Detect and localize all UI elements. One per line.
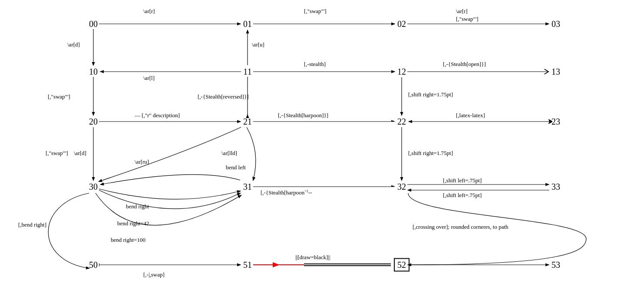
- node-52: 52: [394, 258, 410, 272]
- node-31: 31: [243, 182, 252, 192]
- label-22-23: [,latex-latex]: [456, 112, 485, 119]
- label-20-30-swap: [,"swap"']: [46, 150, 68, 157]
- label-31-32: [,-{Stealth[harpoon`1‑‑: [261, 189, 312, 196]
- label-33-32-bot: [,shift left=.75pt]: [443, 192, 482, 199]
- node-12: 12: [397, 67, 406, 77]
- label-02-03-top: \ar[r]: [456, 8, 468, 15]
- node-23: 23: [552, 117, 560, 127]
- label-32-33-top: [,shift left=.75pt]: [443, 177, 482, 184]
- node-03: 03: [552, 19, 560, 29]
- label-21-lld: \ar[lld]: [221, 150, 237, 157]
- label-12-13: [,-{Stealth[open]}]: [443, 61, 486, 68]
- label-bend-left: bend left: [226, 164, 246, 171]
- label-11-21: [,-{Stealth[reversed]}]: [198, 93, 249, 100]
- node-01: 01: [243, 19, 252, 29]
- label-bend-right-self: [,bend right]: [18, 221, 46, 228]
- label-51-52: ||[draw=black]||: [295, 254, 330, 261]
- node-50: 50: [89, 260, 98, 270]
- label-50-51: [,-|,swap]: [143, 271, 165, 278]
- node-13: 13: [552, 67, 560, 77]
- label-br1: bend right: [126, 203, 149, 210]
- label-br100: bend right=100: [111, 237, 145, 244]
- node-32: 32: [397, 182, 406, 192]
- node-53: 53: [552, 260, 560, 270]
- label-crossing: [,crossing over]; rounded corneres, to p…: [413, 224, 509, 231]
- node-21: 21: [243, 117, 252, 127]
- label-br42: bend right=42: [117, 220, 149, 227]
- diagram: 00 01 02 03 10 11 12 13 20 21 22 23 30 3…: [0, 0, 644, 303]
- node-51: 51: [243, 260, 252, 270]
- label-20-21: — [,"r" description]: [135, 112, 180, 119]
- label-02-03-bot: [,"swap"']: [456, 16, 479, 23]
- node-20: 20: [89, 117, 98, 127]
- node-22: 22: [397, 117, 406, 127]
- label-01-02: [,"swap"']: [304, 8, 327, 15]
- node-02: 02: [397, 19, 406, 29]
- node-11: 11: [243, 67, 251, 77]
- label-22-32: [,shift right=1.75pt]: [408, 150, 453, 157]
- label-10-20: [,"swap"']: [48, 93, 70, 100]
- node-30: 30: [89, 182, 98, 192]
- label-21-ru: \ar[ru]: [135, 158, 149, 165]
- node-33: 33: [552, 182, 560, 192]
- label-11-10: \ar[l]: [143, 75, 155, 82]
- node-10: 10: [89, 67, 98, 77]
- label-11-01: \ar[u]: [252, 41, 264, 48]
- label-00-01: \ar[r]: [143, 8, 155, 15]
- label-11-12: [,-stealth]: [304, 61, 326, 68]
- node-00: 00: [89, 19, 98, 29]
- label-20-30-ar: \ar[d]: [74, 150, 86, 157]
- label-12-22: [,shift right=1.75pt]: [408, 91, 453, 98]
- label-00-10: \ar[d]: [67, 41, 80, 48]
- label-21-22: [,-{Stealth[harpoon]}]: [278, 112, 328, 119]
